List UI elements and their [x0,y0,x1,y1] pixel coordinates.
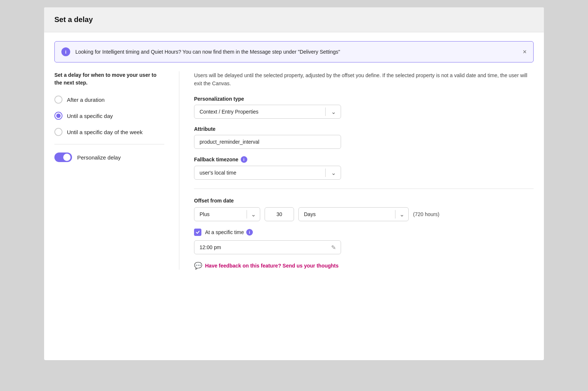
modal-body: i Looking for Intelligent timing and Qui… [44,41,544,280]
radio-until-specific-day[interactable]: Until a specific day [54,112,164,120]
radio-circle-until-specific-weekday [54,128,62,136]
modal-header: Set a delay [44,7,544,32]
modal-title: Set a delay [54,15,534,24]
personalization-type-group: Personalization type Context / Entry Pro… [194,96,534,119]
personalization-type-label: Personalization type [194,96,534,102]
fallback-timezone-select[interactable]: user's local time Company Time Zone UTC [194,166,341,180]
banner-text: Looking for Intelligent timing and Quiet… [75,49,517,55]
offset-from-date-label: Offset from date [194,198,534,204]
personalization-type-select[interactable]: Context / Entry Properties User Attribut… [194,105,341,119]
personalize-delay-toggle-row[interactable]: Personalize delay [54,153,164,162]
left-divider [54,144,164,144]
offset-number-input[interactable] [265,207,294,221]
radio-circle-after-duration [54,96,62,104]
radio-label-until-specific-day: Until a specific day [67,112,113,120]
intro-text: Set a delay for when to move your user t… [54,71,164,87]
offset-plus-minus-select[interactable]: Plus Minus [194,207,260,221]
fallback-timezone-group: Fallback timezone i user's local time Co… [194,156,534,180]
specific-time-info-icon: i [246,229,253,236]
left-panel: Set a delay for when to move your user t… [54,71,179,270]
fallback-timezone-info-icon: i [241,156,247,163]
feedback-text: Have feedback on this feature? Send us y… [205,263,338,269]
two-column-layout: Set a delay for when to move your user t… [44,71,544,280]
radio-circle-until-specific-day [54,112,62,120]
checkmark-icon [196,230,200,234]
feedback-link[interactable]: 💬 Have feedback on this feature? Send us… [194,262,534,270]
radio-label-after-duration: After a duration [67,96,105,104]
attribute-group: Attribute [194,126,534,149]
time-input-wrapper: ✎ [194,240,341,254]
description-text: Users will be delayed until the selected… [194,71,534,88]
offset-plus-minus-wrapper: Plus Minus ⌄ [194,207,260,221]
personalize-delay-toggle[interactable] [54,153,72,162]
fallback-timezone-label: Fallback timezone i [194,156,534,163]
offset-from-date-group: Offset from date Plus Minus ⌄ [194,198,534,221]
personalize-delay-label: Personalize delay [77,154,121,161]
attribute-label: Attribute [194,126,534,132]
offset-days-wrapper: Days Hours Weeks ⌄ [298,207,409,221]
at-specific-time-label: At a specific time i [205,229,253,236]
offset-unit-select[interactable]: Days Hours Weeks [298,207,409,221]
at-specific-time-checkbox[interactable] [194,229,201,236]
radio-label-until-specific-weekday: Until a specific day of the week [67,128,143,136]
hours-equivalent-label: (720 hours) [413,211,440,217]
feedback-chat-icon: 💬 [194,262,202,270]
info-icon: i [61,47,70,56]
right-divider [194,189,534,189]
info-banner: i Looking for Intelligent timing and Qui… [54,41,534,62]
time-input[interactable] [194,240,341,254]
right-panel: Users will be delayed until the selected… [179,71,534,270]
modal-container: Set a delay i Looking for Intelligent ti… [44,7,544,360]
fallback-timezone-select-wrapper: user's local time Company Time Zone UTC … [194,166,341,180]
attribute-input[interactable] [194,135,341,149]
at-specific-time-row[interactable]: At a specific time i [194,229,534,236]
personalization-type-select-wrapper: Context / Entry Properties User Attribut… [194,105,341,119]
radio-until-specific-weekday[interactable]: Until a specific day of the week [54,128,164,136]
banner-close-button[interactable]: × [523,49,527,55]
radio-after-duration[interactable]: After a duration [54,96,164,104]
offset-row: Plus Minus ⌄ Days Hours [194,207,534,221]
